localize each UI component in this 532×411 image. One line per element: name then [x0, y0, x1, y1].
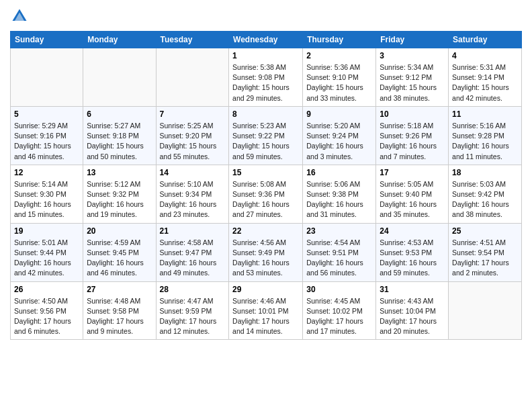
day-info: Sunrise: 5:34 AM Sunset: 9:12 PM Dayligh… [380, 62, 445, 103]
calendar-cell: 6Sunrise: 5:27 AM Sunset: 9:18 PM Daylig… [83, 106, 156, 165]
day-number: 3 [380, 51, 445, 60]
calendar-cell: 21Sunrise: 4:58 AM Sunset: 9:47 PM Dayli… [156, 223, 229, 281]
weekday-wednesday: Wednesday [229, 32, 303, 48]
calendar-cell [83, 48, 156, 107]
day-info: Sunrise: 5:12 AM Sunset: 9:32 PM Dayligh… [87, 179, 152, 220]
day-number: 14 [160, 168, 226, 177]
day-info: Sunrise: 5:08 AM Sunset: 9:36 PM Dayligh… [232, 179, 299, 220]
day-info: Sunrise: 4:56 AM Sunset: 9:49 PM Dayligh… [232, 238, 299, 279]
day-number: 23 [306, 226, 372, 236]
day-info: Sunrise: 4:47 AM Sunset: 9:59 PM Dayligh… [160, 296, 226, 337]
calendar-cell: 8Sunrise: 5:23 AM Sunset: 9:22 PM Daylig… [229, 106, 303, 165]
day-info: Sunrise: 4:59 AM Sunset: 9:45 PM Dayligh… [87, 238, 152, 279]
day-info: Sunrise: 5:10 AM Sunset: 9:34 PM Dayligh… [160, 179, 226, 220]
day-number: 1 [232, 51, 299, 60]
weekday-saturday: Saturday [449, 32, 522, 48]
calendar-cell: 19Sunrise: 5:01 AM Sunset: 9:44 PM Dayli… [11, 223, 83, 281]
day-info: Sunrise: 4:46 AM Sunset: 10:01 PM Daylig… [232, 296, 299, 337]
calendar-cell: 25Sunrise: 4:51 AM Sunset: 9:54 PM Dayli… [449, 223, 522, 281]
day-info: Sunrise: 5:23 AM Sunset: 9:22 PM Dayligh… [232, 121, 299, 162]
weekday-header-row: SundayMondayTuesdayWednesdayThursdayFrid… [11, 32, 522, 48]
day-info: Sunrise: 5:16 AM Sunset: 9:28 PM Dayligh… [452, 121, 518, 162]
day-info: Sunrise: 5:03 AM Sunset: 9:42 PM Dayligh… [452, 179, 518, 220]
calendar-cell: 20Sunrise: 4:59 AM Sunset: 9:45 PM Dayli… [83, 223, 156, 281]
day-number: 8 [232, 109, 299, 119]
calendar-cell: 11Sunrise: 5:16 AM Sunset: 9:28 PM Dayli… [449, 106, 522, 165]
day-info: Sunrise: 4:53 AM Sunset: 9:53 PM Dayligh… [380, 238, 445, 279]
day-info: Sunrise: 5:31 AM Sunset: 9:14 PM Dayligh… [452, 62, 518, 103]
day-number: 19 [14, 226, 79, 236]
calendar-cell [156, 48, 229, 107]
calendar-cell: 5Sunrise: 5:29 AM Sunset: 9:16 PM Daylig… [11, 106, 83, 165]
day-number: 6 [87, 109, 152, 119]
day-info: Sunrise: 4:45 AM Sunset: 10:02 PM Daylig… [306, 296, 372, 337]
day-number: 29 [232, 285, 299, 294]
calendar-cell: 23Sunrise: 4:54 AM Sunset: 9:51 PM Dayli… [303, 223, 376, 281]
day-info: Sunrise: 5:29 AM Sunset: 9:16 PM Dayligh… [14, 121, 79, 162]
day-number: 5 [14, 109, 79, 119]
weekday-monday: Monday [83, 32, 156, 48]
calendar-cell: 24Sunrise: 4:53 AM Sunset: 9:53 PM Dayli… [376, 223, 449, 281]
day-info: Sunrise: 5:20 AM Sunset: 9:24 PM Dayligh… [306, 121, 372, 162]
calendar-cell: 16Sunrise: 5:06 AM Sunset: 9:38 PM Dayli… [303, 165, 376, 223]
calendar-cell: 12Sunrise: 5:14 AM Sunset: 9:30 PM Dayli… [11, 165, 83, 223]
day-info: Sunrise: 5:14 AM Sunset: 9:30 PM Dayligh… [14, 179, 79, 220]
calendar-cell: 15Sunrise: 5:08 AM Sunset: 9:36 PM Dayli… [229, 165, 303, 223]
day-number: 26 [14, 285, 79, 294]
calendar-cell: 31Sunrise: 4:43 AM Sunset: 10:04 PM Dayl… [376, 281, 449, 340]
day-number: 9 [306, 109, 372, 119]
day-info: Sunrise: 4:51 AM Sunset: 9:54 PM Dayligh… [452, 238, 518, 279]
day-number: 16 [306, 168, 372, 177]
calendar-cell: 10Sunrise: 5:18 AM Sunset: 9:26 PM Dayli… [376, 106, 449, 165]
day-number: 20 [87, 226, 152, 236]
calendar-cell: 17Sunrise: 5:05 AM Sunset: 9:40 PM Dayli… [376, 165, 449, 223]
calendar-cell: 26Sunrise: 4:50 AM Sunset: 9:56 PM Dayli… [11, 281, 83, 340]
day-number: 10 [380, 109, 445, 119]
calendar-cell: 22Sunrise: 4:56 AM Sunset: 9:49 PM Dayli… [229, 223, 303, 281]
calendar-cell: 3Sunrise: 5:34 AM Sunset: 9:12 PM Daylig… [376, 48, 449, 107]
day-number: 4 [452, 51, 518, 60]
day-info: Sunrise: 5:38 AM Sunset: 9:08 PM Dayligh… [232, 62, 299, 103]
day-info: Sunrise: 5:05 AM Sunset: 9:40 PM Dayligh… [380, 179, 445, 220]
day-number: 11 [452, 109, 518, 119]
week-row-3: 12Sunrise: 5:14 AM Sunset: 9:30 PM Dayli… [11, 165, 522, 223]
day-info: Sunrise: 5:27 AM Sunset: 9:18 PM Dayligh… [87, 121, 152, 162]
calendar-cell: 14Sunrise: 5:10 AM Sunset: 9:34 PM Dayli… [156, 165, 229, 223]
day-info: Sunrise: 4:50 AM Sunset: 9:56 PM Dayligh… [14, 296, 79, 337]
day-number: 25 [452, 226, 518, 236]
day-number: 7 [160, 109, 226, 119]
logo-icon [10, 7, 29, 26]
calendar-cell: 13Sunrise: 5:12 AM Sunset: 9:32 PM Dayli… [83, 165, 156, 223]
page: SundayMondayTuesdayWednesdayThursdayFrid… [0, 0, 532, 350]
calendar-table: SundayMondayTuesdayWednesdayThursdayFrid… [10, 31, 522, 340]
day-info: Sunrise: 5:25 AM Sunset: 9:20 PM Dayligh… [160, 121, 226, 162]
day-number: 13 [87, 168, 152, 177]
day-number: 2 [306, 51, 372, 60]
day-info: Sunrise: 4:43 AM Sunset: 10:04 PM Daylig… [380, 296, 445, 337]
week-row-4: 19Sunrise: 5:01 AM Sunset: 9:44 PM Dayli… [11, 223, 522, 281]
day-number: 28 [160, 285, 226, 294]
calendar-cell [11, 48, 83, 107]
day-number: 15 [232, 168, 299, 177]
day-info: Sunrise: 5:36 AM Sunset: 9:10 PM Dayligh… [306, 62, 372, 103]
day-number: 18 [452, 168, 518, 177]
week-row-5: 26Sunrise: 4:50 AM Sunset: 9:56 PM Dayli… [11, 281, 522, 340]
day-number: 12 [14, 168, 79, 177]
calendar-cell: 4Sunrise: 5:31 AM Sunset: 9:14 PM Daylig… [449, 48, 522, 107]
calendar-cell: 29Sunrise: 4:46 AM Sunset: 10:01 PM Dayl… [229, 281, 303, 340]
weekday-tuesday: Tuesday [156, 32, 229, 48]
calendar-cell: 28Sunrise: 4:47 AM Sunset: 9:59 PM Dayli… [156, 281, 229, 340]
weekday-friday: Friday [376, 32, 449, 48]
day-number: 22 [232, 226, 299, 236]
day-number: 17 [380, 168, 445, 177]
day-number: 30 [306, 285, 372, 294]
header [10, 7, 522, 26]
logo [10, 7, 30, 26]
calendar-cell: 2Sunrise: 5:36 AM Sunset: 9:10 PM Daylig… [303, 48, 376, 107]
weekday-sunday: Sunday [11, 32, 83, 48]
week-row-2: 5Sunrise: 5:29 AM Sunset: 9:16 PM Daylig… [11, 106, 522, 165]
day-number: 21 [160, 226, 226, 236]
day-info: Sunrise: 4:54 AM Sunset: 9:51 PM Dayligh… [306, 238, 372, 279]
calendar-cell: 9Sunrise: 5:20 AM Sunset: 9:24 PM Daylig… [303, 106, 376, 165]
day-info: Sunrise: 4:48 AM Sunset: 9:58 PM Dayligh… [87, 296, 152, 337]
